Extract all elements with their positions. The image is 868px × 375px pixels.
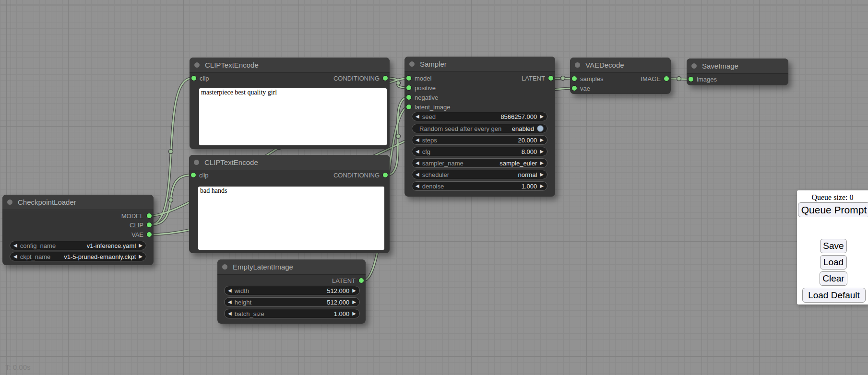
slot-label: LATENT [522,75,545,82]
widget-batch-size[interactable]: ◀ batch_size 1.000 ▶ [224,309,360,318]
collapse-dot-icon[interactable] [409,61,415,67]
decrement-arrow-icon[interactable]: ◀ [228,288,232,293]
input-dot[interactable] [191,76,196,81]
input-dot[interactable] [191,173,196,177]
widget-sampler-name[interactable]: ◀ sampler_name sample_euler ▶ [412,158,547,168]
widget-width[interactable]: ◀ width 512.000 ▶ [224,286,360,295]
output-slot-conditioning: CONDITIONING [333,170,388,180]
collapse-dot-icon[interactable] [7,199,12,205]
widget-value: 512.000 [327,299,349,306]
load-default-button[interactable]: Load Default [802,288,866,303]
increment-arrow-icon[interactable]: ▶ [540,161,544,165]
decrement-arrow-icon[interactable]: ◀ [228,311,232,316]
output-dot[interactable] [147,213,152,218]
node-title: SaveImage [702,62,738,70]
input-dot[interactable] [406,85,411,90]
input-slot-latent-image: latent_image [406,102,450,112]
widget-denoise[interactable]: ◀ denoise 1.000 ▶ [412,181,547,191]
widget-config-name[interactable]: ◀ config_name v1-inference.yaml ▶ [10,241,146,250]
node-titlebar[interactable]: CLIPTextEncode [189,155,390,170]
increment-arrow-icon[interactable]: ▶ [352,300,356,305]
widget-ckpt-name[interactable]: ◀ ckpt_name v1-5-pruned-emaonly.ckpt ▶ [10,252,146,261]
decrement-arrow-icon[interactable]: ◀ [416,172,419,177]
increment-arrow-icon[interactable]: ▶ [540,184,544,188]
decrement-arrow-icon[interactable]: ◀ [416,149,419,154]
output-dot[interactable] [147,232,152,237]
widget-label: denoise [422,183,444,190]
collapse-dot-icon[interactable] [222,264,227,270]
node-empty-latent-image[interactable]: EmptyLatentImage LATENT ◀ width 512.000 … [217,259,366,324]
output-slot-latent: LATENT [522,73,553,83]
node-titlebar[interactable]: EmptyLatentImage [217,259,366,275]
node-titlebar[interactable]: SaveImage [687,59,788,74]
output-slot-conditioning: CONDITIONING [333,73,388,83]
input-slot-negative: negative [406,93,438,102]
node-titlebar[interactable]: CheckpointLoader [2,195,154,210]
increment-arrow-icon[interactable]: ▶ [540,172,544,177]
collapse-dot-icon[interactable] [194,160,199,165]
increment-arrow-icon[interactable]: ▶ [540,114,544,119]
decrement-arrow-icon[interactable]: ◀ [13,243,17,248]
positive-prompt-textarea[interactable]: masterpiece best quality girl [199,88,387,145]
decrement-arrow-icon[interactable]: ◀ [228,300,232,305]
node-save-image[interactable]: SaveImage images [687,59,788,85]
input-dot[interactable] [406,76,411,81]
widget-height[interactable]: ◀ height 512.000 ▶ [224,297,360,307]
widget-label: seed [422,113,436,120]
decrement-arrow-icon[interactable]: ◀ [416,114,419,119]
node-sampler[interactable]: Sampler model positive negative latent_i… [404,57,555,197]
node-titlebar[interactable]: VAEDecode [570,58,671,73]
input-dot[interactable] [406,95,411,100]
node-checkpoint-loader[interactable]: CheckpointLoader MODEL CLIP VAE ◀ config… [2,195,154,265]
node-clip-text-encode-negative[interactable]: CLIPTextEncode clip CONDITIONING bad han… [189,155,390,253]
decrement-arrow-icon[interactable]: ◀ [416,184,419,188]
input-dot[interactable] [572,76,577,81]
node-titlebar[interactable]: Sampler [404,57,555,72]
widget-scheduler[interactable]: ◀ scheduler normal ▶ [412,170,547,179]
input-dot[interactable] [689,77,693,82]
increment-arrow-icon[interactable]: ▶ [139,254,143,259]
input-dot[interactable] [572,86,577,91]
increment-arrow-icon[interactable]: ▶ [352,311,356,316]
widget-value: normal [518,171,537,178]
input-slot-vae: vae [572,83,590,93]
widget-seed[interactable]: ◀ seed 8566257.000 ▶ [412,112,547,121]
collapse-dot-icon[interactable] [691,63,697,69]
output-dot[interactable] [383,173,388,177]
increment-arrow-icon[interactable]: ▶ [540,138,544,142]
node-clip-text-encode-positive[interactable]: CLIPTextEncode clip CONDITIONING masterp… [190,58,390,149]
execution-timer: T: 0.00s [5,363,31,371]
decrement-arrow-icon[interactable]: ◀ [416,161,419,165]
save-button[interactable]: Save [820,239,847,253]
increment-arrow-icon[interactable]: ▶ [540,149,544,154]
toggle-dot-icon[interactable] [537,125,544,132]
increment-arrow-icon[interactable]: ▶ [139,243,143,248]
collapse-dot-icon[interactable] [575,62,580,68]
increment-arrow-icon[interactable]: ▶ [352,288,356,293]
output-dot[interactable] [383,76,388,81]
output-dot[interactable] [147,223,152,227]
queue-prompt-button[interactable]: Queue Prompt [798,202,868,217]
decrement-arrow-icon[interactable]: ◀ [416,138,419,142]
node-titlebar[interactable]: CLIPTextEncode [190,58,390,73]
output-slot-latent: LATENT [332,276,364,285]
node-graph-canvas[interactable]: { "canvas": { "timer": "T: 0.00s" }, "co… [0,0,868,375]
collapse-dot-icon[interactable] [194,62,200,68]
negative-prompt-textarea[interactable]: bad hands [198,187,384,250]
widget-label: steps [422,137,437,144]
output-dot[interactable] [548,76,553,81]
output-dot[interactable] [664,76,669,81]
output-dot[interactable] [359,278,364,283]
decrement-arrow-icon[interactable]: ◀ [13,254,17,259]
slot-label: MODEL [121,212,143,220]
node-vae-decode[interactable]: VAEDecode samples vae IMAGE [570,58,671,94]
input-dot[interactable] [406,105,411,109]
widget-label: scheduler [422,171,449,178]
widget-steps[interactable]: ◀ steps 20.000 ▶ [412,135,547,145]
load-button[interactable]: Load [820,255,847,270]
widget-random-seed-toggle[interactable]: Random seed after every gen enabled [412,124,547,133]
output-slot-model: MODEL [121,211,152,221]
clear-button[interactable]: Clear [820,271,847,286]
widget-cfg[interactable]: ◀ cfg 8.000 ▶ [412,147,547,156]
widget-value: enabled [512,125,534,132]
